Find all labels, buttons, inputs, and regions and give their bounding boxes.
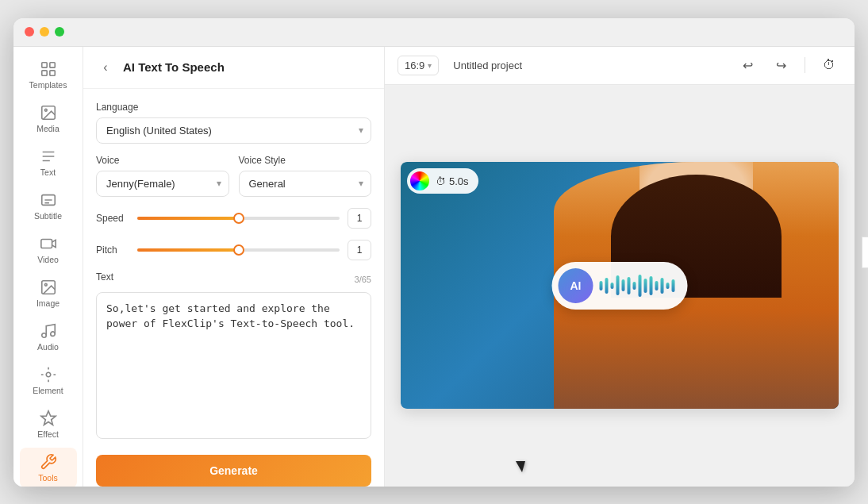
timer-icon: ⏱ (436, 175, 446, 187)
speed-fill (137, 217, 239, 220)
sidebar-label-subtitle: Subtitle (34, 211, 62, 221)
timer-value: 5.0s (449, 175, 469, 187)
voice-label: Voice (96, 155, 229, 166)
sidebar-label-effect: Effect (37, 429, 59, 439)
titlebar (13, 18, 855, 47)
sidebar-item-templates[interactable]: Templates (20, 55, 77, 95)
svg-point-5 (44, 109, 47, 111)
back-button[interactable]: ‹ (96, 58, 115, 77)
voice-field: Voice Jenny(Female) Guy(Male) (96, 155, 229, 197)
svg-rect-9 (40, 239, 52, 248)
svg-point-12 (41, 333, 46, 337)
svg-marker-15 (40, 410, 55, 424)
pitch-label: Pitch (96, 244, 129, 256)
svg-rect-0 (41, 62, 46, 67)
pitch-thumb[interactable] (233, 244, 244, 256)
speed-thumb[interactable] (233, 213, 244, 224)
panel-body: Language English (United States) English… (83, 89, 384, 487)
canvas-background: AI (401, 162, 839, 409)
voice-select-wrap: Jenny(Female) Guy(Male) (96, 171, 229, 197)
color-wheel-icon (410, 171, 429, 190)
pitch-row: Pitch 1 (96, 240, 371, 260)
voice-row: Voice Jenny(Female) Guy(Male) Voice Styl… (96, 155, 371, 208)
sidebar-label-image: Image (36, 298, 60, 308)
svg-point-11 (44, 283, 47, 286)
svg-point-13 (50, 331, 55, 336)
sidebar-item-subtitle[interactable]: Subtitle (20, 186, 77, 226)
sidebar-item-media[interactable]: Media (20, 98, 77, 139)
sidebar-label-video: Video (37, 255, 59, 264)
language-label: Language (96, 102, 371, 113)
pitch-value: 1 (348, 240, 371, 260)
voice-select[interactable]: Jenny(Female) Guy(Male) (96, 171, 229, 197)
sidebar-item-audio[interactable]: Audio (20, 317, 77, 357)
sidebar-item-element[interactable]: Element (20, 360, 77, 401)
speed-row: Speed 1 (96, 208, 371, 229)
sidebar-label-audio: Audio (37, 342, 59, 352)
sidebar-item-video[interactable]: Video (20, 229, 77, 270)
text-input[interactable]: So,let's get started and explore the pow… (96, 292, 371, 439)
speed-slider-container (137, 217, 340, 220)
svg-rect-3 (49, 70, 54, 75)
voice-style-label: Voice Style (239, 155, 372, 166)
app-window: Templates Media Text Subtitle Video Imag (13, 18, 855, 487)
canvas-content: ⏱ 5.0s AI (385, 85, 855, 487)
main-layout: Templates Media Text Subtitle Video Imag (13, 47, 855, 487)
sidebar-label-text: Text (40, 167, 56, 177)
sidebar-item-text[interactable]: Text (20, 142, 77, 183)
panel-header: ‹ AI Text To Speech (83, 47, 384, 89)
tts-panel: ‹ AI Text To Speech Language English (Un… (83, 47, 385, 487)
language-select-wrap: English (United States) English (UK) Spa… (96, 117, 371, 144)
sidebar-item-image[interactable]: Image (20, 273, 77, 314)
speed-track[interactable] (137, 217, 340, 220)
project-name: Untitled project (453, 60, 522, 71)
pitch-slider-container (137, 248, 340, 252)
ai-badge: AI (559, 268, 593, 303)
svg-point-14 (46, 372, 51, 377)
text-area-wrap: Text 3/65 So,let's get started and explo… (96, 271, 371, 442)
undo-button[interactable]: ↩ (735, 52, 760, 78)
text-area-header: Text 3/65 (96, 271, 371, 287)
aspect-ratio-selector[interactable]: 16:9 ▾ (398, 56, 439, 75)
text-label: Text (96, 271, 113, 283)
aspect-ratio-chevron: ▾ (428, 61, 432, 70)
canvas-stage: ⏱ 5.0s AI (401, 162, 839, 409)
sidebar-label-media: Media (36, 124, 60, 133)
speed-label: Speed (96, 213, 129, 224)
aspect-ratio-value: 16:9 (405, 60, 424, 71)
pitch-fill (137, 248, 239, 252)
minimize-dot[interactable] (40, 27, 49, 37)
sidebar-item-tools[interactable]: Tools (20, 448, 77, 487)
sidebar-label-tools: Tools (38, 473, 58, 483)
voice-style-field: Voice Style General Cheerful Sad (239, 155, 372, 197)
svg-rect-2 (41, 70, 46, 75)
pitch-track[interactable] (137, 248, 340, 252)
timer-button[interactable]: ⏱ (816, 52, 842, 78)
sidebar-label-templates: Templates (29, 80, 67, 90)
maximize-dot[interactable] (55, 27, 64, 37)
redo-button[interactable]: ↪ (768, 52, 793, 78)
panel-title: AI Text To Speech (123, 60, 225, 74)
language-field: Language English (United States) English… (96, 102, 371, 144)
toolbar-divider (805, 57, 805, 73)
ai-audio-bubble: AI (552, 262, 688, 310)
text-counter: 3/65 (355, 275, 371, 284)
sidebar-label-element: Element (33, 386, 63, 395)
speed-value: 1 (348, 208, 371, 229)
canvas-area: 16:9 ▾ Untitled project ↩ ↪ ⏱ ⏱ (385, 47, 855, 487)
close-dot[interactable] (25, 27, 34, 37)
language-select[interactable]: English (United States) English (UK) Spa… (96, 117, 371, 144)
sidebar: Templates Media Text Subtitle Video Imag (13, 47, 83, 487)
voice-style-select[interactable]: General Cheerful Sad (239, 171, 372, 197)
sidebar-item-effect[interactable]: Effect (20, 404, 77, 444)
generate-button[interactable]: Generate (96, 455, 371, 487)
canvas-toolbar: 16:9 ▾ Untitled project ↩ ↪ ⏱ (385, 47, 855, 85)
voice-style-select-wrap: General Cheerful Sad (239, 171, 372, 197)
timer-display: ⏱ 5.0s (436, 175, 469, 187)
waveform (600, 274, 675, 298)
svg-rect-1 (49, 62, 54, 67)
